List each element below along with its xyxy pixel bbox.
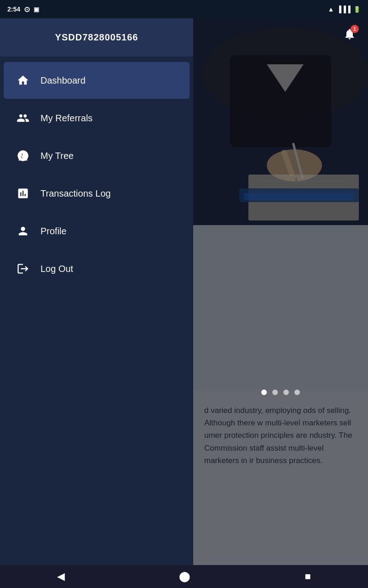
- content-area: 1: [193, 18, 368, 565]
- sidebar-nav: Dashboard My Referrals My Tree: [0, 57, 193, 565]
- status-icon-2: ▣: [34, 6, 39, 13]
- sidebar-item-profile[interactable]: Profile: [4, 213, 190, 249]
- people-icon: [15, 110, 31, 126]
- time-display: 2:54: [7, 6, 20, 13]
- sidebar-item-my-referrals[interactable]: My Referrals: [4, 100, 190, 136]
- sidebar: YSDD7828005166 Dashboard: [0, 18, 193, 565]
- dot-1[interactable]: [261, 390, 267, 395]
- user-id-label: YSDD7828005166: [55, 32, 138, 42]
- notification-badge: 1: [351, 25, 359, 33]
- wifi-icon: ▲: [328, 6, 334, 13]
- home-button[interactable]: ⬤: [170, 567, 200, 586]
- sidebar-item-profile-label: Profile: [40, 226, 67, 237]
- bottom-nav: ◀ ⬤ ■: [0, 565, 368, 588]
- sidebar-item-dashboard[interactable]: Dashboard: [4, 62, 190, 99]
- home-icon: [15, 72, 31, 89]
- sidebar-item-my-referrals-label: My Referrals: [40, 113, 92, 124]
- recent-apps-button[interactable]: ■: [296, 567, 320, 586]
- chart-icon: [15, 185, 31, 202]
- status-icon-1: ⊙: [24, 5, 30, 14]
- sidebar-item-log-out[interactable]: Log Out: [4, 250, 190, 287]
- content-overlay[interactable]: [193, 18, 368, 565]
- sidebar-item-transactions-log-label: Transactions Log: [40, 188, 111, 199]
- sidebar-item-my-tree-label: My Tree: [40, 151, 74, 161]
- tree-icon: [15, 147, 31, 164]
- carousel-dots: [193, 390, 368, 395]
- sidebar-item-transactions-log[interactable]: Transactions Log: [4, 175, 190, 212]
- logout-icon: [15, 260, 31, 277]
- status-bar-left: 2:54 ⊙ ▣: [7, 5, 39, 14]
- signal-icon: ▐▐▐: [337, 6, 351, 13]
- sidebar-item-log-out-label: Log Out: [40, 264, 73, 274]
- back-button[interactable]: ◀: [48, 567, 74, 586]
- status-bar-right: ▲ ▐▐▐ 🔋: [328, 6, 361, 13]
- battery-icon: 🔋: [353, 6, 361, 13]
- dot-3[interactable]: [283, 390, 289, 395]
- person-icon: [15, 223, 31, 239]
- dot-2[interactable]: [272, 390, 278, 395]
- status-bar: 2:54 ⊙ ▣ ▲ ▐▐▐ 🔋: [0, 0, 368, 18]
- sidebar-header: YSDD7828005166: [0, 18, 193, 57]
- main-layout: YSDD7828005166 Dashboard: [0, 18, 368, 565]
- notification-bell-container: 1: [339, 23, 361, 45]
- sidebar-item-dashboard-label: Dashboard: [40, 75, 86, 86]
- sidebar-item-my-tree[interactable]: My Tree: [4, 137, 190, 174]
- bell-button[interactable]: 1: [339, 23, 361, 45]
- dot-4[interactable]: [294, 390, 300, 395]
